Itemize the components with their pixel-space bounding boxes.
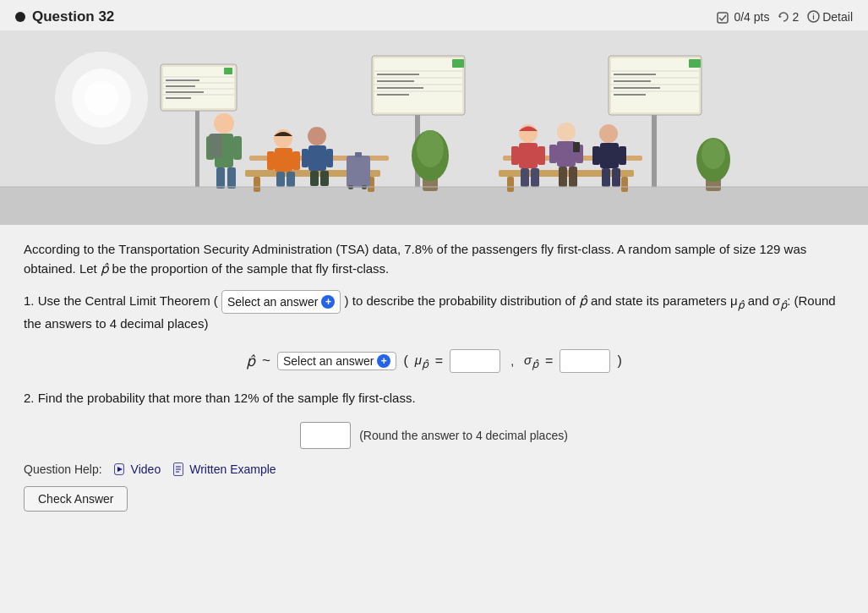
question-meta: 0/4 pts 2 i Detail [717,10,853,24]
svg-rect-57 [227,167,236,189]
airport-scene-svg [0,30,868,225]
question-header: Question 32 0/4 pts 2 i [0,0,868,30]
svg-rect-40 [652,115,657,187]
svg-rect-50 [621,177,628,192]
formula-paren-close: ) [617,353,621,369]
retry-icon: 2 [778,10,799,24]
formula-line: p̂ ~ Select an answer + ( μp̂ = , σp̂ = … [24,349,844,373]
page: Question 32 0/4 pts 2 i [0,0,868,613]
svg-rect-24 [377,74,419,75]
svg-rect-68 [326,149,333,167]
formula-select-container: Select an answer + [277,352,396,370]
svg-rect-38 [614,87,660,89]
check-answer-label: Check Answer [38,492,113,506]
svg-point-77 [417,130,444,167]
svg-rect-71 [347,156,370,188]
svg-rect-31 [689,59,701,68]
probability-answer-box[interactable] [300,422,351,449]
svg-rect-0 [718,13,728,23]
score-text: 0/4 pts [734,10,769,24]
svg-rect-13 [166,85,195,87]
svg-rect-26 [377,87,423,89]
svg-rect-37 [614,80,651,82]
detail-label: Detail [822,10,853,24]
svg-rect-30 [611,58,699,112]
svg-point-91 [599,124,618,143]
svg-rect-4 [0,187,868,225]
svg-rect-36 [614,74,656,75]
svg-rect-15 [166,97,191,99]
round-note: (Round the answer to 4 decimal places) [359,429,568,442]
content-area: According to the Transportation Security… [0,225,868,527]
select-answer-1-dropdown[interactable]: Select an answer + [221,290,341,314]
svg-rect-64 [287,172,295,187]
svg-rect-69 [310,171,319,186]
formula-select-dropdown[interactable]: Select an answer + [277,352,396,370]
video-label: Video [131,462,161,476]
svg-rect-85 [557,141,576,167]
svg-text:i: i [812,13,815,21]
video-link[interactable]: Video [114,462,161,476]
video-icon [114,462,128,476]
svg-rect-62 [292,151,300,170]
question-help-label: Question Help: [24,462,102,476]
formula-eq2: = [545,353,553,369]
svg-point-84 [557,123,576,141]
svg-rect-86 [549,145,557,163]
check-answer-button[interactable]: Check Answer [24,486,128,512]
retry-svg-icon [778,11,789,23]
formula-select-text: Select an answer [283,354,374,368]
svg-rect-96 [612,168,620,187]
svg-rect-14 [166,91,204,93]
info-icon: i Detail [807,10,853,24]
svg-rect-83 [531,168,539,187]
svg-rect-90 [573,142,580,152]
formula-tilde: ~ [262,353,270,369]
svg-rect-6 [163,67,234,108]
svg-rect-70 [320,171,329,186]
formula-mu-label: μp̂ [415,353,429,370]
formula-phat: p̂ [246,353,255,370]
svg-point-65 [308,127,326,145]
select-answer-1-container: Select an answer + [221,290,341,314]
written-example-link[interactable]: Written Example [172,462,276,476]
problem-text: According to the Transportation Security… [24,240,844,278]
question-help: Question Help: Video Written Example [24,462,844,476]
formula-select-icon: + [377,354,390,368]
mu-input-box[interactable] [450,349,500,373]
sigma-input-box[interactable] [560,349,610,373]
svg-rect-60 [275,148,292,172]
formula-paren-open: ( [403,353,407,369]
svg-rect-45 [254,177,260,192]
svg-rect-18 [374,58,462,112]
subquestion-1: 1. Use the Central Limit Theorem ( Selec… [24,290,844,334]
svg-point-99 [701,139,725,169]
formula-comma: , [510,354,514,368]
airport-illustration [0,30,868,225]
question-number-label: Question 32 [32,8,114,25]
svg-rect-88 [559,167,567,187]
document-icon [172,462,186,476]
svg-rect-63 [276,172,285,187]
svg-rect-82 [521,168,529,187]
select-answer-1-text: Select an answer [227,293,318,311]
svg-rect-92 [600,143,619,168]
svg-rect-25 [377,80,414,82]
svg-rect-79 [519,143,538,168]
svg-rect-66 [308,145,326,171]
question-dot-icon [15,12,25,22]
svg-rect-81 [538,146,545,165]
answer-box-container: (Round the answer to 4 decimal places) [24,422,844,449]
svg-rect-93 [592,146,600,165]
svg-rect-80 [511,146,519,165]
svg-rect-58 [209,134,222,157]
svg-rect-16 [195,111,199,187]
subquestion-2: 2. Find the probability that more than 1… [24,388,844,408]
svg-rect-11 [224,68,232,74]
svg-rect-49 [507,177,514,192]
svg-point-43 [85,81,118,115]
svg-rect-56 [216,167,225,189]
retry-count: 2 [792,10,799,24]
formula-sigma-label: σp̂ [524,353,538,370]
select-answer-1-icon: + [321,295,335,309]
